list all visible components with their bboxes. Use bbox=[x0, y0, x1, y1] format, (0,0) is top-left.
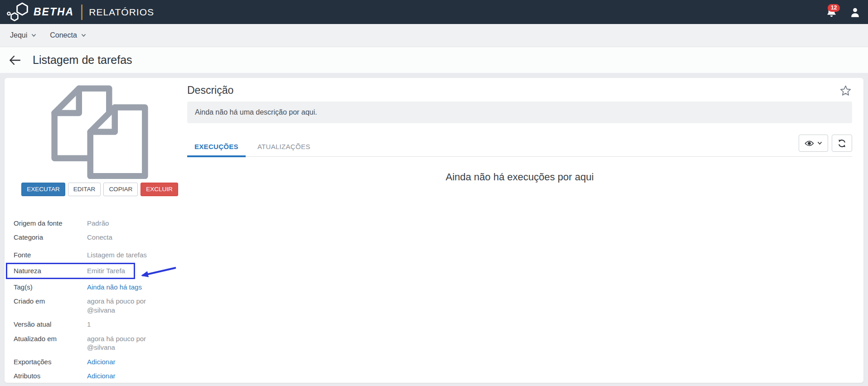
detail-row-exportacoes: Exportações Adicionar bbox=[14, 355, 181, 369]
detail-row-atualizado: Atualizado em agora há pouco por @silvan… bbox=[14, 332, 181, 355]
brand: BETHA bbox=[6, 2, 74, 23]
detail-row-tags: Tag(s) Ainda não há tags bbox=[14, 280, 181, 294]
detail-row-natureza: Natureza Emitir Tarefa bbox=[6, 263, 135, 279]
detail-row-origem: Origem da fonte Padrão bbox=[14, 216, 181, 231]
executions-empty-text: Ainda não há execuções por aqui bbox=[187, 171, 852, 183]
favorite-star-button[interactable] bbox=[839, 84, 852, 97]
detail-label: Fonte bbox=[14, 251, 87, 260]
breadcrumb-context-label: Conecta bbox=[50, 31, 77, 39]
eye-icon bbox=[805, 140, 814, 147]
chevron-down-icon bbox=[817, 141, 822, 145]
breadcrumb: Jequi Conecta bbox=[0, 24, 868, 47]
report-actions: EXECUTAR EDITAR COPIAR EXCLUIR bbox=[14, 183, 186, 196]
breadcrumb-context-dropdown[interactable]: Conecta bbox=[50, 31, 86, 39]
atributos-add-link[interactable]: Adicionar bbox=[87, 372, 150, 381]
tab-updates[interactable]: ATUALIZAÇÕES bbox=[250, 138, 318, 157]
page-body: EXECUTAR EDITAR COPIAR EXCLUIR Origem da… bbox=[0, 73, 868, 386]
edit-button[interactable]: EDITAR bbox=[68, 183, 101, 196]
tags-link[interactable]: Ainda não há tags bbox=[87, 283, 150, 292]
brand-divider bbox=[81, 5, 82, 20]
exportacoes-add-link[interactable]: Adicionar bbox=[87, 357, 150, 367]
list-toolbar bbox=[799, 135, 852, 152]
detail-label: Atributos bbox=[14, 372, 87, 381]
app-title: RELATÓRIOS bbox=[89, 7, 154, 18]
title-bar: Listagem de tarefas bbox=[0, 47, 868, 73]
details-list: Origem da fonte Padrão Categoria Conecta… bbox=[14, 216, 186, 383]
breadcrumb-entity-dropdown[interactable]: Jequi bbox=[10, 31, 36, 39]
detail-row-categoria: Categoria Conecta bbox=[14, 230, 181, 245]
breadcrumb-entity-label: Jequi bbox=[10, 31, 27, 39]
description-empty-box: Ainda não há uma descrição por aqui. bbox=[187, 101, 852, 123]
document-thumbnail-icon bbox=[50, 85, 149, 179]
detail-label: Exportações bbox=[14, 357, 87, 367]
tab-executions[interactable]: EXECUÇÕES bbox=[187, 138, 246, 157]
page-title: Listagem de tarefas bbox=[33, 53, 132, 67]
detail-label: Origem da fonte bbox=[14, 219, 87, 228]
chevron-down-icon bbox=[81, 34, 86, 37]
navbar: BETHA RELATÓRIOS 12 bbox=[0, 0, 868, 24]
refresh-button[interactable] bbox=[832, 135, 852, 152]
detail-label: Atualizado em bbox=[14, 334, 87, 352]
brand-name: BETHA bbox=[34, 6, 74, 18]
report-card: EXECUTAR EDITAR COPIAR EXCLUIR Origem da… bbox=[5, 78, 863, 383]
detail-label: Versão atual bbox=[14, 320, 87, 329]
user-menu-button[interactable] bbox=[850, 7, 860, 17]
star-icon bbox=[840, 85, 851, 96]
annotation-arrow bbox=[136, 265, 178, 282]
refresh-icon bbox=[838, 139, 846, 148]
chevron-down-icon bbox=[31, 34, 36, 37]
detail-value: agora há pouco por @silvana bbox=[87, 297, 150, 314]
detail-value: 1 bbox=[87, 320, 150, 329]
copy-button[interactable]: COPIAR bbox=[103, 183, 138, 196]
detail-row-criado: Criado em agora há pouco por @silvana bbox=[14, 294, 181, 317]
detail-row-versao: Versão atual 1 bbox=[14, 317, 181, 332]
detail-row-atributos: Atributos Adicionar bbox=[14, 369, 181, 383]
detail-label: Tag(s) bbox=[14, 283, 87, 292]
detail-value: Emitir Tarefa bbox=[87, 266, 134, 275]
detail-label: Categoria bbox=[14, 233, 87, 242]
detail-value: agora há pouco por @silvana bbox=[87, 334, 150, 352]
detail-value: Padrão bbox=[87, 219, 150, 228]
user-icon bbox=[850, 7, 860, 17]
back-arrow-icon bbox=[9, 55, 21, 65]
delete-button[interactable]: EXCLUIR bbox=[141, 183, 178, 196]
betha-logo-icon bbox=[6, 2, 29, 23]
notification-badge: 12 bbox=[828, 4, 840, 12]
description-title: Descrição bbox=[187, 84, 233, 96]
detail-row-fonte: Fonte Listagem de tarefas bbox=[14, 248, 181, 262]
detail-label: Criado em bbox=[14, 297, 87, 314]
detail-value: Listagem de tarefas bbox=[87, 251, 150, 260]
execute-button[interactable]: EXECUTAR bbox=[21, 183, 65, 196]
visibility-dropdown-button[interactable] bbox=[799, 135, 828, 152]
report-summary-panel: EXECUTAR EDITAR COPIAR EXCLUIR Origem da… bbox=[5, 78, 186, 383]
back-button[interactable] bbox=[7, 53, 23, 67]
notifications-button[interactable]: 12 bbox=[826, 6, 838, 19]
tabs-bar: EXECUÇÕES ATUALIZAÇÕES bbox=[187, 138, 852, 157]
detail-value: Conecta bbox=[87, 233, 150, 242]
detail-label: Natureza bbox=[14, 266, 87, 275]
report-detail-panel: Descrição Ainda não há uma descrição por… bbox=[186, 78, 863, 383]
